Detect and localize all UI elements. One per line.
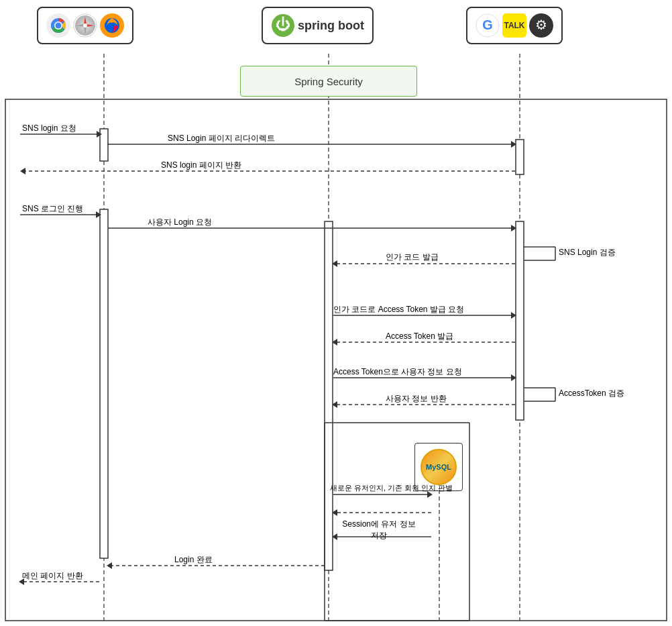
springboot-label: spring boot — [298, 19, 364, 33]
kakao-icon: TALK — [502, 13, 526, 38]
label-sns-login-verify: SNS Login 검증 — [559, 247, 616, 258]
svg-marker-18 — [511, 225, 516, 231]
mysql-icon: MySQL — [421, 449, 457, 485]
label-login-complete: Login 완료 — [174, 554, 213, 566]
label-user-check: 새로운 유저인지, 기존 회원 인지 판별 — [330, 483, 453, 493]
safari-icon — [73, 13, 97, 38]
svg-marker-43 — [332, 509, 337, 516]
svg-point-60 — [83, 23, 87, 28]
springboot-icon: ⏻ — [271, 13, 295, 38]
svg-rect-4 — [100, 129, 108, 161]
label-sns-page-return: SNS login 페이지 반환 — [161, 160, 241, 171]
label-userinfo-return: 사용자 정보 반환 — [386, 393, 447, 405]
springboot-actor: ⏻ spring boot — [262, 7, 374, 44]
label-sns-login-proceed: SNS 로그인 진행 — [22, 203, 83, 215]
svg-point-53 — [56, 23, 62, 29]
label-auth-code-issue: 인가 코드 발급 — [386, 252, 439, 263]
svg-text:⏻: ⏻ — [276, 16, 290, 33]
springboot-icons: ⏻ spring boot — [262, 7, 374, 44]
chrome-icon — [46, 13, 70, 38]
label-userinfo-request: Access Token으로 사용자 정보 요청 — [333, 366, 462, 378]
label-access-token-request: 인가 코드로 Access Token 발급 요청 — [333, 304, 464, 315]
label-sns-login-request: SNS login 요청 — [22, 123, 76, 134]
svg-marker-47 — [107, 562, 112, 569]
svg-marker-29 — [511, 374, 516, 381]
svg-marker-14 — [20, 168, 25, 174]
browser-icons — [37, 7, 133, 44]
google-icon: G — [475, 13, 500, 38]
label-access-token-issue: Access Token 발급 — [386, 331, 453, 342]
firefox-icon — [100, 13, 124, 38]
sns-icons: G TALK ⚙ — [466, 7, 563, 44]
svg-marker-10 — [97, 131, 102, 138]
diagram-container: ⏻ spring boot G TALK ⚙ Spring Security — [0, 0, 672, 626]
svg-marker-12 — [511, 141, 516, 148]
github-icon: ⚙ — [529, 13, 553, 38]
spring-security-box: Spring Security — [240, 66, 417, 97]
svg-marker-16 — [96, 211, 101, 218]
label-sns-redirect: SNS Login 페이지 리다이렉트 — [168, 133, 275, 144]
label-session-save: Session에 유저 정보 저장 — [335, 519, 423, 541]
browser-actor — [37, 7, 133, 44]
label-accesstoken-verify: AccessToken 검증 — [559, 388, 624, 399]
svg-rect-6 — [325, 221, 333, 570]
svg-marker-27 — [332, 339, 337, 346]
svg-text:⚙: ⚙ — [535, 17, 547, 32]
svg-marker-34 — [332, 401, 337, 408]
label-main-page-return: 메인 페이지 반환 — [22, 570, 83, 582]
svg-text:G: G — [482, 17, 493, 32]
svg-rect-7 — [516, 140, 524, 174]
spring-security-label: Spring Security — [294, 76, 363, 87]
svg-marker-23 — [332, 260, 337, 267]
sns-actor: G TALK ⚙ — [466, 7, 563, 44]
svg-marker-25 — [511, 312, 516, 319]
svg-rect-3 — [5, 99, 667, 621]
label-user-login-request: 사용자 Login 요청 — [148, 217, 212, 228]
svg-rect-8 — [516, 221, 524, 420]
svg-rect-5 — [100, 209, 108, 558]
